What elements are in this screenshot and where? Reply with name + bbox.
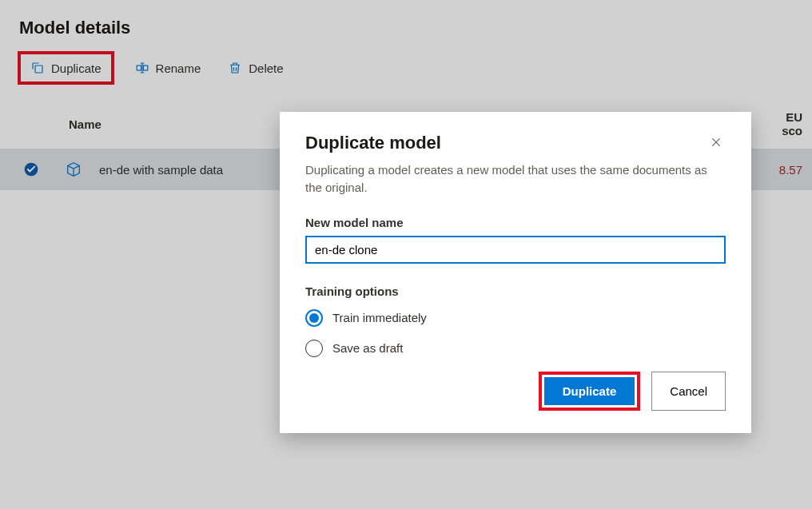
close-icon <box>710 136 722 149</box>
duplicate-confirm-button[interactable]: Duplicate <box>544 377 635 405</box>
primary-button-highlight: Duplicate <box>539 372 641 411</box>
radio-save-draft[interactable]: Save as draft <box>305 340 726 357</box>
duplicate-dialog: Duplicate model Duplicating a model crea… <box>280 112 751 433</box>
radio-unselected-icon <box>305 340 323 357</box>
dialog-close-button[interactable] <box>707 133 726 154</box>
radio-label-train: Train immediately <box>332 311 427 324</box>
radio-train-immediately[interactable]: Train immediately <box>305 309 726 327</box>
radio-label-draft: Save as draft <box>332 341 403 355</box>
dialog-description: Duplicating a model creates a new model … <box>305 161 726 197</box>
dialog-title: Duplicate model <box>305 133 441 153</box>
new-name-input[interactable] <box>305 236 726 264</box>
radio-selected-icon <box>305 309 323 327</box>
cancel-button[interactable]: Cancel <box>651 372 726 411</box>
new-name-label: New model name <box>305 216 726 229</box>
training-options-label: Training options <box>305 284 726 298</box>
